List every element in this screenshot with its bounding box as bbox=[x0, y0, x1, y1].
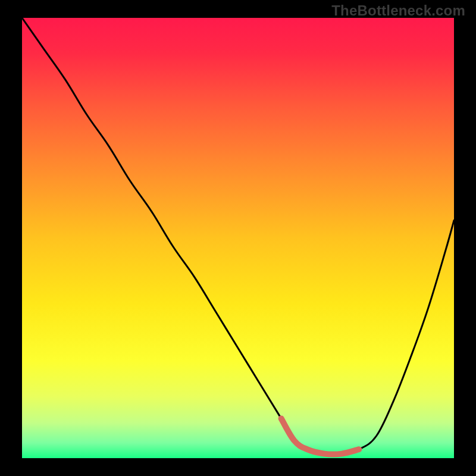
plot-area bbox=[22, 18, 454, 458]
bottleneck-chart bbox=[22, 18, 454, 458]
chart-frame: TheBottleneck.com bbox=[0, 0, 476, 476]
watermark-text: TheBottleneck.com bbox=[331, 2, 465, 19]
gradient-background bbox=[22, 18, 454, 458]
